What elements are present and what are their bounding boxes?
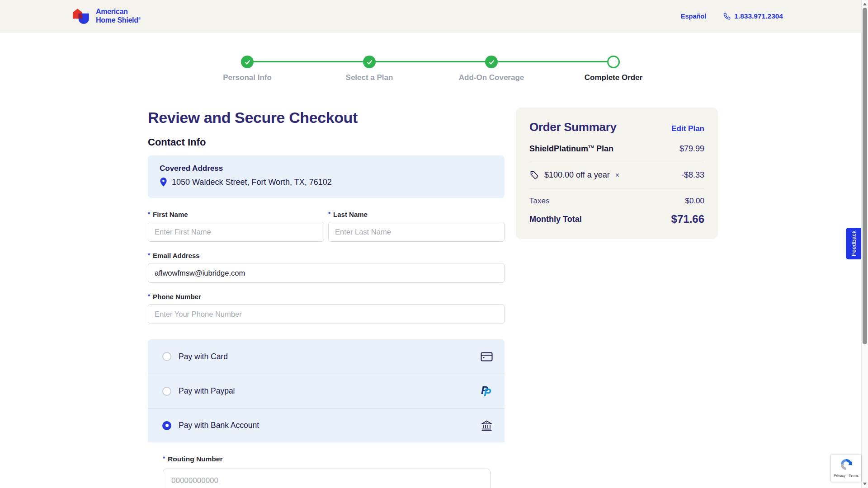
header-phone-number: 1.833.971.2304 xyxy=(734,12,783,20)
ahs-logo-text: American Home Shield® xyxy=(96,8,141,24)
header-phone-link[interactable]: 1.833.971.2304 xyxy=(723,12,783,20)
pay-paypal-radio[interactable] xyxy=(162,387,171,396)
plan-price: $79.99 xyxy=(679,144,704,154)
step-circle-complete xyxy=(485,56,498,68)
edit-plan-link[interactable]: Edit Plan xyxy=(671,124,704,133)
ahs-logo[interactable]: American Home Shield® xyxy=(72,7,141,26)
check-icon xyxy=(488,59,495,66)
recaptcha-badge: Privacy - Terms xyxy=(831,455,861,482)
routing-number-label: *Routing Number xyxy=(163,455,505,463)
phone-icon xyxy=(723,13,731,20)
coupon-row: $100.00 off a year × -$8.33 xyxy=(529,170,704,180)
pay-card-radio[interactable] xyxy=(162,352,171,361)
remove-coupon-icon[interactable]: × xyxy=(615,171,619,179)
coupon-tag-icon xyxy=(529,170,539,180)
credit-card-icon xyxy=(481,352,493,361)
email-label: *Email Address xyxy=(148,252,505,259)
plan-row: ShieldPlatinumTM Plan $79.99 xyxy=(529,144,704,154)
coupon-label: $100.00 off a year xyxy=(544,170,610,180)
order-summary-title: Order Summary xyxy=(529,120,617,134)
email-field[interactable] xyxy=(148,263,505,283)
scroll-down-arrow[interactable] xyxy=(863,483,867,485)
last-name-input[interactable] xyxy=(328,222,505,242)
taxes-value: $0.00 xyxy=(685,197,704,206)
pay-with-card-option[interactable]: Pay with Card xyxy=(148,339,505,374)
scroll-up-arrow[interactable] xyxy=(863,3,867,5)
bank-icon xyxy=(481,419,493,432)
feedback-button[interactable]: Feedback xyxy=(846,228,861,259)
pay-bank-radio[interactable] xyxy=(162,421,171,430)
covered-address-label: Covered Address xyxy=(160,164,493,173)
stepper-connector-line xyxy=(247,61,613,62)
taxes-row: Taxes $0.00 xyxy=(529,197,704,206)
summary-divider xyxy=(529,162,704,162)
order-summary-panel: Order Summary Edit Plan ShieldPlatinumTM… xyxy=(516,108,718,239)
routing-number-input[interactable] xyxy=(163,469,491,488)
location-pin-icon xyxy=(160,177,167,187)
check-icon xyxy=(244,59,251,66)
recaptcha-icon xyxy=(839,457,854,472)
recaptcha-privacy-terms-links[interactable]: Privacy - Terms xyxy=(834,474,859,478)
step-circle-complete xyxy=(241,56,254,68)
pay-with-paypal-option[interactable]: Pay with Paypal PP xyxy=(148,374,505,408)
phone-number-input[interactable] xyxy=(148,304,505,324)
payment-methods-box: Pay with Card Pay with Paypal PP Pay wit… xyxy=(148,339,505,488)
check-icon xyxy=(366,59,373,66)
contact-info-heading: Contact Info xyxy=(148,136,505,148)
scrollbar-thumb[interactable] xyxy=(863,8,867,344)
phone-label: *Phone Number xyxy=(148,293,505,300)
scrollbar[interactable] xyxy=(861,0,868,488)
ahs-logo-mark xyxy=(72,7,91,26)
last-name-label: *Last Name xyxy=(328,211,505,218)
monthly-total-row: Monthly Total $71.66 xyxy=(529,213,704,225)
first-name-label: *First Name xyxy=(148,211,324,218)
monthly-total-value: $71.66 xyxy=(671,213,704,225)
covered-address-value: 1050 Waldeck Street, Fort Worth, TX, 761… xyxy=(172,178,332,187)
summary-divider xyxy=(529,188,704,188)
paypal-icon: PP xyxy=(481,385,493,398)
pay-with-bank-option[interactable]: Pay with Bank Account xyxy=(148,408,505,442)
coupon-amount: -$8.33 xyxy=(681,170,704,180)
language-link[interactable]: Español xyxy=(681,13,706,20)
step-circle-complete xyxy=(363,56,376,68)
step-circle-current xyxy=(607,56,620,68)
app-header: American Home Shield® Español 1.833.971.… xyxy=(0,0,868,33)
first-name-input[interactable] xyxy=(148,222,324,242)
bank-account-form: *Routing Number xyxy=(148,442,505,488)
covered-address-card: Covered Address 1050 Waldeck Street, For… xyxy=(148,155,505,198)
page-title: Review and Secure Checkout xyxy=(148,108,505,127)
